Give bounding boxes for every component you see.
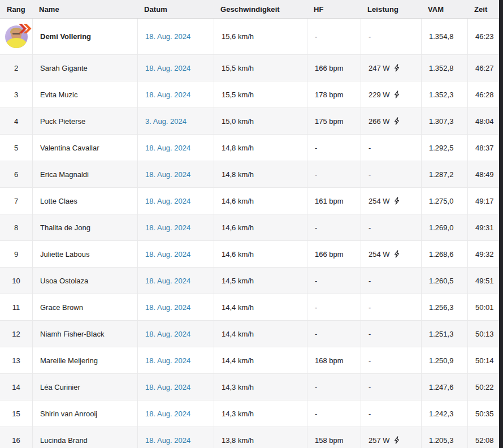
- table-header-row: Rang Name Datum Geschwindigkeit HF Leist…: [0, 0, 499, 19]
- time-value: 46:27: [475, 64, 494, 72]
- column-header-rang: Rang: [0, 0, 32, 18]
- effort-date-link[interactable]: 18. Aug. 2024: [145, 356, 190, 365]
- power-cell: 254 W: [361, 241, 421, 267]
- heartrate-cell: 166 bpm: [307, 241, 361, 267]
- table-row: 8 Thalita de Jong 18. Aug. 2024 14,6: [0, 214, 499, 240]
- vam-value: 1.292,5: [429, 144, 453, 152]
- rank-value: 16: [12, 436, 20, 445]
- lightning-bolt-icon: [394, 117, 400, 125]
- rank-value: 2: [14, 64, 18, 72]
- power-cell: 247 W: [361, 55, 421, 81]
- power-cell: -: [361, 321, 421, 347]
- effort-date-link[interactable]: 18. Aug. 2024: [145, 383, 190, 391]
- power-cell: -: [361, 135, 421, 161]
- power-value: -: [368, 277, 371, 285]
- athlete-name-link[interactable]: Shirin van Anrooij: [40, 410, 97, 418]
- athlete-name-link[interactable]: Grace Brown: [40, 303, 83, 312]
- rank-cell: 16: [0, 427, 32, 448]
- athlete-avatar[interactable]: [5, 25, 28, 48]
- heartrate-value: -: [315, 277, 317, 285]
- effort-date-link[interactable]: 18. Aug. 2024: [145, 436, 190, 445]
- time-value: 50:22: [475, 383, 494, 391]
- power-cell: -: [361, 347, 421, 373]
- vam-value: 1.260,5: [429, 277, 453, 285]
- speed-cell: 15,5 km/h: [214, 81, 307, 107]
- heartrate-cell: 158 bpm: [307, 427, 361, 448]
- time-cell: 49:31: [467, 214, 499, 240]
- speed-value: 14,3 km/h: [222, 410, 254, 418]
- effort-date-link[interactable]: 18. Aug. 2024: [145, 197, 190, 205]
- athlete-name-link[interactable]: Evita Muzic: [40, 91, 77, 99]
- rank-value: 11: [12, 303, 20, 312]
- effort-date-link[interactable]: 18. Aug. 2024: [145, 32, 190, 41]
- vam-value: 1.256,3: [429, 303, 453, 312]
- time-cell: 49:17: [467, 188, 499, 214]
- speed-cell: 15,5 km/h: [214, 55, 307, 81]
- time-cell: 50:01: [467, 294, 499, 320]
- effort-date-link[interactable]: 18. Aug. 2024: [145, 303, 190, 312]
- heartrate-value: -: [315, 32, 317, 41]
- athlete-name-link[interactable]: Lotte Claes: [40, 197, 77, 205]
- column-header-leistung: Leistung: [361, 0, 421, 18]
- time-value: 46:23: [475, 32, 494, 41]
- athlete-name-link[interactable]: Thalita de Jong: [40, 223, 90, 232]
- heartrate-value: -: [315, 410, 317, 418]
- power-cell: 254 W: [361, 188, 421, 214]
- table-row: 5 Valentina Cavallar 18. Aug. 2024 1: [0, 134, 499, 161]
- vam-cell: 1.352,3: [421, 81, 467, 107]
- athlete-name-link[interactable]: Mareille Meijering: [40, 356, 98, 365]
- rank-cell: 7: [0, 188, 32, 214]
- athlete-name-link[interactable]: Usoa Ostolaza: [40, 277, 88, 285]
- effort-date-link[interactable]: 18. Aug. 2024: [145, 223, 190, 232]
- name-cell: Usoa Ostolaza: [32, 268, 137, 294]
- power-value: -: [368, 144, 371, 152]
- time-value: 49:31: [475, 223, 494, 232]
- athlete-name-link[interactable]: Sarah Gigante: [40, 64, 88, 72]
- speed-cell: 15,6 km/h: [214, 19, 307, 54]
- power-value: -: [368, 223, 371, 232]
- athlete-name-link[interactable]: Juliette Labous: [40, 250, 89, 259]
- table-row: Demi Vollering 18. Aug. 2024 15,6 km/h -…: [0, 19, 499, 54]
- rank-value: 5: [14, 144, 18, 152]
- effort-date-link[interactable]: 18. Aug. 2024: [145, 410, 190, 418]
- effort-date-link[interactable]: 18. Aug. 2024: [145, 91, 190, 99]
- heartrate-value: 178 bpm: [315, 91, 344, 99]
- speed-value: 15,5 km/h: [222, 91, 254, 99]
- effort-date-link[interactable]: 18. Aug. 2024: [145, 330, 190, 338]
- athlete-name-link[interactable]: Niamh Fisher-Black: [40, 330, 104, 338]
- effort-date-link[interactable]: 18. Aug. 2024: [145, 277, 190, 285]
- name-cell: Juliette Labous: [32, 241, 137, 267]
- athlete-name-link[interactable]: Lucinda Brand: [40, 436, 88, 445]
- speed-cell: 14,4 km/h: [214, 321, 307, 347]
- time-value: 48:37: [475, 144, 494, 152]
- rank-cell: 14: [0, 374, 32, 400]
- effort-date-link[interactable]: 18. Aug. 2024: [145, 170, 190, 179]
- speed-cell: 13,8 km/h: [214, 427, 307, 448]
- effort-date-link[interactable]: 18. Aug. 2024: [145, 250, 190, 259]
- rank-value: 12: [12, 330, 20, 338]
- rank-value: 9: [14, 250, 18, 259]
- effort-date-link[interactable]: 3. Aug. 2024: [145, 117, 187, 126]
- effort-date-link[interactable]: 18. Aug. 2024: [145, 144, 190, 152]
- date-cell: 18. Aug. 2024: [137, 214, 214, 240]
- speed-value: 14,8 km/h: [222, 144, 254, 152]
- time-value: 48:04: [475, 117, 494, 126]
- athlete-name-link[interactable]: Erica Magnaldi: [40, 170, 89, 179]
- table-row: 14 Léa Curinier 18. Aug. 2024 14,3 k: [0, 373, 499, 400]
- athlete-name-link[interactable]: Puck Pieterse: [40, 117, 85, 126]
- time-cell: 50:22: [467, 374, 499, 400]
- table-row: 6 Erica Magnaldi 18. Aug. 2024 14,8: [0, 161, 499, 187]
- athlete-name-link[interactable]: Léa Curinier: [40, 383, 80, 391]
- rank-value: 8: [14, 223, 18, 232]
- date-cell: 18. Aug. 2024: [137, 19, 214, 54]
- vam-cell: 1.287,2: [421, 161, 467, 187]
- athlete-name-link[interactable]: Demi Vollering: [40, 32, 91, 41]
- effort-date-link[interactable]: 18. Aug. 2024: [145, 64, 190, 72]
- table-row: 3 Evita Muzic 18. Aug. 2024 15,5 km/: [0, 81, 499, 107]
- time-value: 49:17: [475, 197, 494, 205]
- column-header-zeit: Zeit: [467, 0, 499, 18]
- time-value: 49:32: [475, 250, 494, 259]
- athlete-name-link[interactable]: Valentina Cavallar: [40, 144, 99, 152]
- power-cell: -: [361, 214, 421, 240]
- vam-cell: 1.269,0: [421, 214, 467, 240]
